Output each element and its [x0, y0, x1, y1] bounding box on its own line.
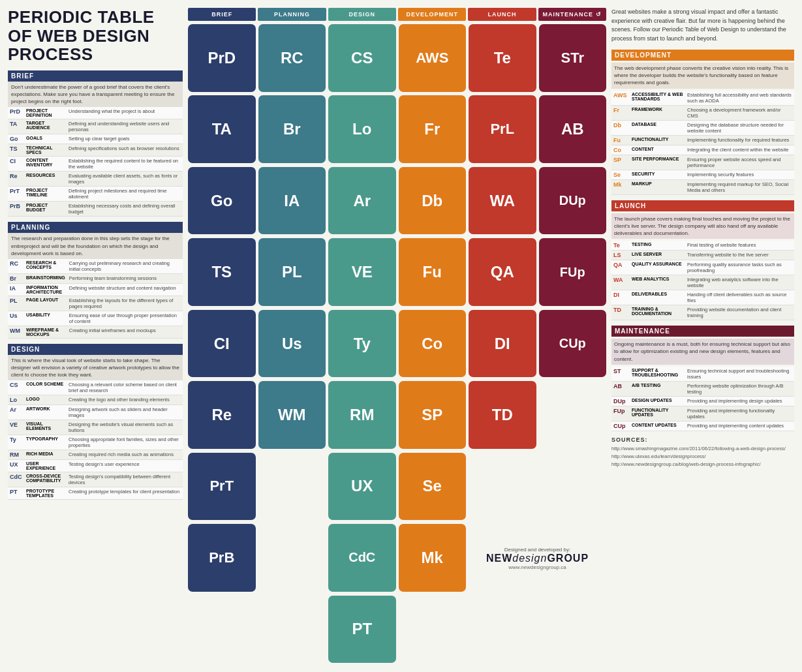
table-row: AB A/B TESTING Performing website optimi…: [611, 381, 794, 396]
cell-re[interactable]: Re: [188, 381, 256, 449]
item-desc: Defining project milestones and required…: [67, 187, 183, 202]
cell-co[interactable]: Co: [399, 310, 467, 378]
cell-empty-7f: [539, 453, 607, 521]
cell-prd[interactable]: PrD: [188, 24, 256, 92]
cell-empty-6: [539, 381, 607, 449]
cell-rm[interactable]: RM: [328, 381, 396, 449]
cell-ux[interactable]: UX: [328, 453, 396, 521]
cell-ab[interactable]: AB: [539, 95, 607, 163]
cell-mk[interactable]: Mk: [399, 524, 467, 592]
table-row: DI DELIVERABLES Handing off client deliv…: [611, 290, 794, 305]
table-row: PL PAGE LAYOUT Establishing the layouts …: [8, 296, 183, 311]
cell-empty-9b: [258, 596, 326, 664]
cell-empty-9d: [399, 596, 467, 664]
cell-prl[interactable]: PrL: [469, 95, 536, 163]
table-row: WM WIREFRAME & MOCKUPS Creating initial …: [8, 326, 183, 338]
cell-ty[interactable]: Ty: [328, 310, 396, 378]
right-panel: Great websites make a strong visual impa…: [611, 8, 794, 664]
cell-se[interactable]: Se: [399, 453, 467, 521]
cell-db[interactable]: Db: [399, 167, 467, 235]
phase-design-header: DESIGN: [328, 8, 396, 21]
item-name: TARGET AUDIENCE: [24, 119, 67, 134]
cell-ve[interactable]: VE: [328, 238, 396, 306]
table-row: QA QUALITY ASSURANCE Performing quality …: [611, 260, 794, 275]
table-row: UX USER EXPERIENCE Testing design's user…: [8, 460, 183, 472]
cell-br[interactable]: Br: [258, 95, 326, 163]
logo-brand-design: design: [512, 553, 547, 564]
source-1: http://www.smashingmagazine.com/2011/06/…: [611, 445, 794, 453]
right-maintenance-section: MAINTENANCE Ongoing maintenance is a mus…: [611, 326, 794, 431]
cell-ts[interactable]: TS: [188, 238, 256, 306]
right-development-section: DEVELOPMENT The web development phase co…: [611, 50, 794, 195]
logo-brand-new: NEW: [486, 553, 512, 564]
cell-rc[interactable]: RC: [258, 24, 326, 92]
cell-cs[interactable]: CS: [328, 24, 396, 92]
table-row: PrT PROJECT TIMELINE Defining project mi…: [8, 187, 183, 202]
cell-wa[interactable]: WA: [469, 167, 536, 235]
item-name: TECHNICAL SPECS: [24, 144, 67, 157]
cell-pt[interactable]: PT: [328, 596, 396, 664]
cell-te[interactable]: Te: [469, 24, 536, 92]
cell-ia[interactable]: IA: [258, 167, 326, 235]
cell-di[interactable]: DI: [469, 310, 536, 378]
table-row: PrD PROJECT DEFINITION Understanding wha…: [8, 107, 183, 119]
planning-header: PLANNING: [8, 222, 183, 233]
cell-fup[interactable]: FUp: [539, 238, 607, 306]
cell-fr[interactable]: Fr: [399, 95, 467, 163]
cell-us[interactable]: Us: [258, 310, 326, 378]
item-name: PROJECT TIMELINE: [24, 187, 67, 202]
cell-ar[interactable]: Ar: [328, 167, 396, 235]
item-name: RESOURCES: [24, 172, 67, 187]
item-desc: Evaluating available client assets, such…: [67, 172, 183, 187]
left-panel: PERIODIC TABLE OF WEB DESIGN PROCESS BRI…: [8, 8, 183, 664]
cell-str[interactable]: STr: [539, 24, 607, 92]
cell-empty-8b: [258, 524, 326, 592]
item-desc: Defining and understanding website users…: [67, 119, 183, 134]
cell-fu[interactable]: Fu: [399, 238, 467, 306]
cell-empty-7b: [258, 453, 326, 521]
cell-pl[interactable]: PL: [258, 238, 326, 306]
right-launch-table: Te TESTING Final testing of website feat…: [611, 241, 794, 320]
table-row: TS TECHNICAL SPECS Defining specificatio…: [8, 144, 183, 157]
cell-prb[interactable]: PrB: [188, 524, 256, 592]
cell-ta[interactable]: TA: [188, 95, 256, 163]
item-name: GOALS: [24, 134, 67, 144]
phase-maintenance-header: MAINTENANCE ↺: [538, 8, 606, 21]
cell-go[interactable]: Go: [188, 167, 256, 235]
table-row: Te TESTING Final testing of website feat…: [611, 241, 794, 251]
logo-brand-group: GROUP: [547, 553, 589, 564]
phase-brief-header: BRIEF: [188, 8, 256, 21]
table-row: VE VISUAL ELEMENTS Designing the website…: [8, 420, 183, 435]
table-row: CdC CROSS-DEVICE COMPATIBILITY Testing d…: [8, 472, 183, 487]
table-row: Re RESOURCES Evaluating available client…: [8, 172, 183, 187]
cell-cdc[interactable]: CdC: [328, 524, 396, 592]
table-row: RC RESEARCH & CONCEPTS Carrying out prel…: [8, 259, 183, 274]
cell-cup[interactable]: CUp: [539, 310, 607, 378]
cell-lo[interactable]: Lo: [328, 95, 396, 163]
cell-aws[interactable]: AWS: [399, 24, 467, 92]
cell-ci[interactable]: CI: [188, 310, 256, 378]
logo-area: Designed and developed by: NEWdesignGROU…: [469, 524, 606, 592]
cell-prt[interactable]: PrT: [188, 453, 256, 521]
periodic-grid: PrD RC CS AWS Te STr TA Br Lo Fr PrL AB …: [188, 24, 606, 664]
cell-empty-7e: [469, 453, 536, 521]
right-maintenance-table: ST SUPPORT & TROUBLESHOOTING Ensuring te…: [611, 367, 794, 431]
cell-td[interactable]: TD: [469, 381, 536, 449]
planning-desc: The research and preparation done in thi…: [8, 233, 183, 259]
table-row: Ar ARTWORK Designing artwork such as sli…: [8, 405, 183, 420]
item-desc: Defining specifications such as browser …: [67, 144, 183, 157]
design-section: DESIGN This is where the visual look of …: [8, 344, 183, 500]
table-row: Se SECURITY Implementing security featur…: [611, 170, 794, 179]
cell-qa[interactable]: QA: [469, 238, 536, 306]
table-row: Fr FRAMEWORK Choosing a development fram…: [611, 105, 794, 120]
cell-dup[interactable]: DUp: [539, 167, 607, 235]
source-2: http://www.utexas.edu/learn/designproces…: [611, 453, 794, 461]
right-maintenance-desc: Ongoing maintenance is a must, both for …: [611, 339, 794, 365]
phase-planning-header: PLANNING: [258, 8, 326, 21]
cell-wm[interactable]: WM: [258, 381, 326, 449]
table-row: PrB PROJECT BUDGET Establishing necessar…: [8, 202, 183, 217]
design-header: DESIGN: [8, 344, 183, 355]
table-row: Br BRAINSTORMING Performing team brainst…: [8, 273, 183, 283]
cell-sp[interactable]: SP: [399, 381, 467, 449]
phase-headers: BRIEF PLANNING DESIGN DEVELOPMENT LAUNCH…: [188, 8, 606, 21]
